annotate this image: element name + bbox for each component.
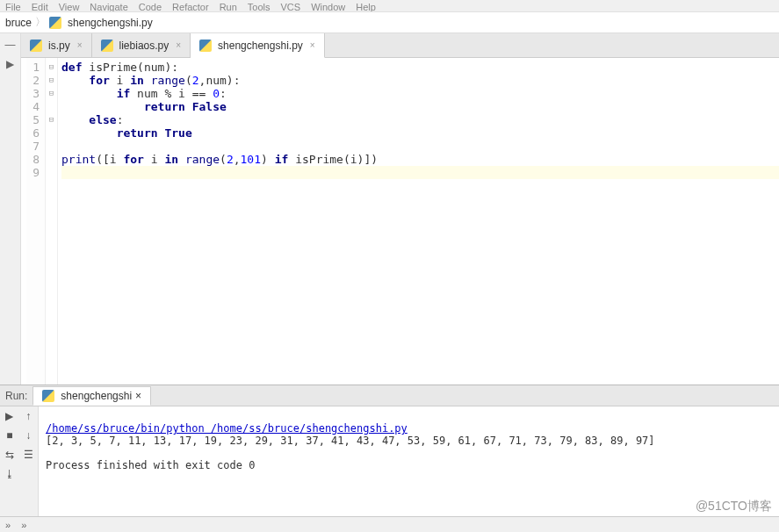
menu-item[interactable]: Navigate xyxy=(90,2,127,10)
scroll-to-end-icon[interactable]: ☰ xyxy=(19,445,39,464)
code-line[interactable]: return False xyxy=(61,100,779,113)
editor-tab[interactable]: liebiaos.py× xyxy=(92,33,191,57)
menu-item[interactable]: Code xyxy=(139,2,162,10)
menu-item[interactable]: Run xyxy=(220,2,237,10)
run-panel-label: Run: xyxy=(0,390,32,402)
code-line[interactable]: print([i for i in range(2,101) if isPrim… xyxy=(61,153,779,166)
code-line[interactable] xyxy=(61,140,779,153)
breadcrumb-project[interactable]: bruce xyxy=(5,17,32,29)
close-icon[interactable]: × xyxy=(176,40,181,50)
breadcrumb-separator: 〉 xyxy=(35,15,46,30)
status-bar: » » xyxy=(0,516,779,532)
code-line[interactable] xyxy=(61,166,779,179)
close-icon[interactable]: × xyxy=(135,390,141,402)
run-toolbar: ▶ ↑ ■ ↓ ⇆ ☰ ⭳ xyxy=(0,406,39,516)
python-file-icon xyxy=(49,17,61,29)
python-file-icon xyxy=(101,40,113,52)
collapse-icon[interactable]: — xyxy=(5,39,16,51)
rerun-button[interactable]: ▶ xyxy=(0,406,19,426)
menu-item[interactable]: Edit xyxy=(32,2,48,10)
menu-item[interactable]: Refactor xyxy=(172,2,209,10)
code-line[interactable]: def isPrime(num): xyxy=(61,61,779,74)
export-icon[interactable]: ⭳ xyxy=(0,464,19,484)
code-line[interactable]: else: xyxy=(61,113,779,126)
python-file-icon xyxy=(199,40,212,52)
menu-item[interactable]: View xyxy=(59,2,80,10)
code-editor[interactable]: 123456789 ⊟⊟⊟⊟ def isPrime(num): for i i… xyxy=(21,58,779,385)
editor-tab[interactable]: shengchengshi.py× xyxy=(191,33,325,58)
line-number-gutter: 123456789 xyxy=(26,58,46,385)
python-file-icon xyxy=(42,390,54,402)
watermark: @51CTO博客 xyxy=(696,499,772,514)
footer-chevrons-icon[interactable]: » xyxy=(5,520,11,530)
code-line[interactable]: for i in range(2,num): xyxy=(61,74,779,87)
code-line[interactable]: return True xyxy=(61,126,779,140)
editor-tab[interactable]: is.py× xyxy=(21,33,92,57)
tab-label: shengchengshi.py xyxy=(218,40,303,52)
run-tab[interactable]: shengchengshi × xyxy=(32,386,151,406)
console-stdout: [2, 3, 5, 7, 11, 13, 17, 19, 23, 29, 31,… xyxy=(46,435,655,447)
console-status: Process finished with exit code 0 xyxy=(46,459,255,471)
run-arrow-icon[interactable]: ▶ xyxy=(6,58,14,70)
menu-item[interactable]: Tools xyxy=(248,2,270,10)
code-body[interactable]: def isPrime(num): for i in range(2,num):… xyxy=(58,58,779,385)
console-command: /home/ss/bruce/bin/python /home/ss/bruce… xyxy=(46,422,408,435)
python-file-icon xyxy=(30,40,42,52)
breadcrumb-file[interactable]: shengchengshi.py xyxy=(68,17,153,29)
scroll-down-icon[interactable]: ↓ xyxy=(19,426,39,445)
console-output[interactable]: /home/ss/bruce/bin/python /home/ss/bruce… xyxy=(39,406,779,516)
run-tab-label: shengchengshi xyxy=(61,390,132,402)
footer-chevrons-icon[interactable]: » xyxy=(21,520,26,530)
left-tool-gutter: — ▶ xyxy=(0,33,21,385)
menubar: FileEditViewNavigateCodeRefactorRunTools… xyxy=(0,0,779,12)
menu-item[interactable]: Window xyxy=(311,2,345,10)
editor-tabbar: is.py×liebiaos.py×shengchengshi.py× xyxy=(21,33,779,58)
scroll-up-icon[interactable]: ↑ xyxy=(19,406,39,426)
run-panel-header: Run: shengchengshi × xyxy=(0,385,779,406)
menu-item[interactable]: VCS xyxy=(281,2,301,10)
menu-item[interactable]: Help xyxy=(356,2,376,10)
tab-label: liebiaos.py xyxy=(119,40,170,52)
fold-gutter: ⊟⊟⊟⊟ xyxy=(46,58,58,385)
menu-item[interactable]: File xyxy=(5,2,21,10)
close-icon[interactable]: × xyxy=(77,40,83,50)
tab-label: is.py xyxy=(48,40,70,52)
close-icon[interactable]: × xyxy=(310,40,315,50)
breadcrumb: bruce 〉 shengchengshi.py xyxy=(0,12,779,33)
soft-wrap-icon[interactable]: ⇆ xyxy=(0,445,19,464)
code-line[interactable]: if num % i == 0: xyxy=(61,87,779,100)
stop-button[interactable]: ■ xyxy=(0,426,19,445)
